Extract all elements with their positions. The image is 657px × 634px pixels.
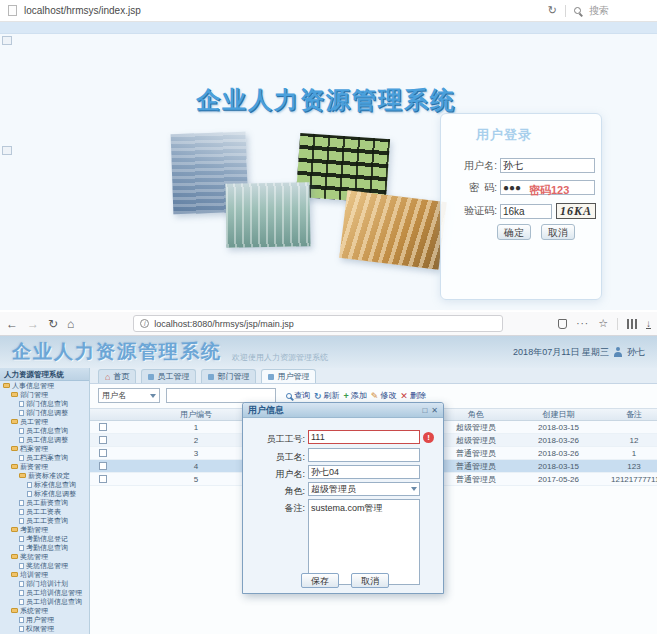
tab-module-1[interactable]: 员工管理 <box>141 369 196 383</box>
dialog-minimize-icon[interactable]: □ <box>422 406 427 415</box>
document-icon <box>19 563 24 569</box>
folder-icon <box>11 464 18 469</box>
top-url[interactable]: localhost/hrmsys/index.jsp <box>24 5 141 16</box>
tab-label: 员工管理 <box>157 371 189 382</box>
broken-image-icon <box>2 36 12 45</box>
tab-module-3[interactable]: 用户管理 <box>261 369 316 383</box>
login-panel: 用户登录 用户名: 密 码: 密码123 验证码: 16KA 确定 取消 <box>440 113 602 300</box>
cell-role: 普通管理员 <box>446 474 506 485</box>
emp-no-input[interactable] <box>308 430 420 444</box>
username-label: 用户名: <box>447 159 497 173</box>
filter-keyword-input[interactable] <box>166 388 276 403</box>
folder-icon <box>11 392 18 397</box>
divider <box>565 5 566 17</box>
toolbar-button-label: 查询 <box>294 390 310 401</box>
page-actions-icon[interactable]: ··· <box>576 318 589 329</box>
screenshot-root: localhost/hrmsys/index.jsp ↻ 搜索 企业人力资源管理… <box>0 0 657 634</box>
main-page-subtitle: 欢迎使用人力资源管理系统 <box>232 352 328 363</box>
toolbar-button-label: 刷新 <box>324 390 340 401</box>
sidebar-tree: 人事信息管理部门管理部门信息查询部门信息调整员工管理员工信息查询员工信息调整档案… <box>0 381 89 633</box>
home-icon[interactable]: ⌂ <box>67 317 74 331</box>
captcha-input[interactable] <box>500 204 552 219</box>
dlg-username-input[interactable] <box>308 465 420 479</box>
toolbar-button-2[interactable]: +添加 <box>344 390 367 401</box>
toolbar-button-label: 添加 <box>351 390 367 401</box>
content-area: 用户名 查询↻刷新+添加✎修改✕删除 用户编号 用户名 角色 创建日期 <box>90 384 657 634</box>
role-value: 超级管理员 <box>311 483 356 496</box>
dialog-save-button[interactable]: 保存 <box>301 573 339 588</box>
checkbox[interactable] <box>99 475 107 483</box>
add-icon: + <box>344 392 349 400</box>
sidebar-menu: 人力资源管理系统 人事信息管理部门管理部门信息查询部门信息调整员工管理员工信息查… <box>0 368 90 634</box>
emp-no-label: 员工工号: <box>243 430 305 446</box>
divider <box>617 318 618 330</box>
sidebar-title[interactable]: 人力资源管理系统 <box>0 368 89 381</box>
tab-bar: ⌂首页员工管理部门管理用户管理 <box>90 368 657 384</box>
refresh-icon[interactable]: ↻ <box>48 317 58 331</box>
cell-date: 2018-03-15 <box>506 423 611 432</box>
reload-icon[interactable]: ↻ <box>548 4 557 17</box>
cell-remark: 12 <box>611 436 657 445</box>
login-cancel-button[interactable]: 取消 <box>541 224 575 240</box>
emp-name-input[interactable] <box>308 448 420 462</box>
col-remark: 备注 <box>611 409 657 420</box>
checkbox[interactable] <box>99 436 107 444</box>
sidebar-item-label: 权限管理 <box>26 624 54 634</box>
bookmark-icon[interactable] <box>558 319 567 329</box>
star-icon[interactable]: ☆ <box>598 317 608 330</box>
back-icon[interactable]: ← <box>6 317 18 331</box>
user-dialog: 用户信息 □ ✕ 员工工号: ! 员工名: <box>242 402 444 594</box>
document-icon <box>19 401 24 407</box>
photo-office-building <box>225 182 310 247</box>
password-hint: 密码123 <box>529 183 569 198</box>
folder-icon <box>11 527 18 532</box>
chevron-down-icon <box>411 487 417 491</box>
edit-icon: ✎ <box>371 392 379 400</box>
toolbar-button-0[interactable]: 查询 <box>286 390 310 401</box>
cell-checkbox <box>90 462 116 470</box>
main-page-body: 人力资源管理系统 人事信息管理部门管理部门信息查询部门信息调整员工管理员工信息查… <box>0 368 657 634</box>
dialog-title-bar[interactable]: 用户信息 □ ✕ <box>243 403 443 418</box>
folder-icon <box>3 383 10 388</box>
login-panel-title: 用户登录 <box>476 126 532 144</box>
forward-icon[interactable]: → <box>27 317 39 331</box>
search-label[interactable]: 搜索 <box>589 4 609 18</box>
chevron-down-icon <box>150 394 156 398</box>
top-browser-chrome: localhost/hrmsys/index.jsp ↻ 搜索 <box>0 0 657 22</box>
role-select[interactable]: 超级管理员 <box>308 482 420 496</box>
checkbox[interactable] <box>99 462 107 470</box>
toolbar-button-label: 删除 <box>410 390 426 401</box>
captcha-label: 验证码: <box>447 204 497 218</box>
cell-checkbox <box>90 475 116 483</box>
bottom-url[interactable]: localhost:8080/hrmsys/jsp/main.jsp <box>154 319 294 329</box>
dialog-close-icon[interactable]: ✕ <box>431 406 438 415</box>
tab-home[interactable]: ⌂首页 <box>98 369 136 383</box>
search-icon[interactable] <box>574 7 581 14</box>
col-role: 角色 <box>446 409 506 420</box>
cell-role: 普通管理员 <box>446 448 506 459</box>
login-ok-button[interactable]: 确定 <box>497 224 531 240</box>
folder-icon <box>19 473 26 478</box>
toolbar-button-4[interactable]: ✕删除 <box>400 390 426 401</box>
toolbar-button-3[interactable]: ✎修改 <box>371 390 397 401</box>
folder-icon <box>11 572 18 577</box>
tab-module-2[interactable]: 部门管理 <box>201 369 256 383</box>
dialog-cancel-button[interactable]: 取消 <box>351 573 389 588</box>
checkbox[interactable] <box>99 449 107 457</box>
username-input[interactable] <box>500 158 595 173</box>
address-bar[interactable]: i localhost:8080/hrmsys/jsp/main.jsp <box>133 315 503 332</box>
checkbox[interactable] <box>99 423 107 431</box>
toolbar-button-1[interactable]: ↻刷新 <box>314 390 340 401</box>
captcha-image[interactable]: 16KA <box>556 203 596 219</box>
site-info-icon[interactable]: i <box>140 319 149 328</box>
filter-field-select[interactable]: 用户名 <box>98 388 160 403</box>
sidebar-item[interactable]: 权限管理 <box>0 624 89 633</box>
library-icon[interactable] <box>627 319 637 329</box>
cell-remark: 123 <box>611 462 657 471</box>
cell-remark: 1 <box>611 449 657 458</box>
module-icon <box>148 374 154 380</box>
download-icon[interactable]: ↓ <box>646 319 651 329</box>
module-icon <box>268 374 274 380</box>
broken-image-icon <box>2 146 12 155</box>
photo-keyboard <box>296 133 390 203</box>
